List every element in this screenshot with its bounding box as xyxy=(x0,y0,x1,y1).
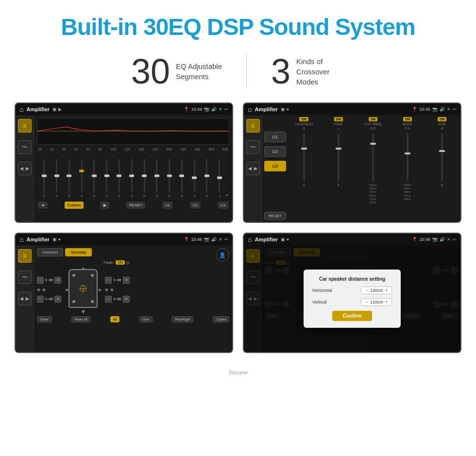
channel-loudness: ON LOUDNESS G 0 xyxy=(288,117,321,220)
fader-bars: ||| xyxy=(127,260,130,265)
on-phat[interactable]: ON xyxy=(334,117,343,121)
screen-content-2: ≡ 〜 ◄► U1 U2 U3 RESET ON LOUDNESS G xyxy=(244,115,460,222)
custom-button[interactable]: Custom xyxy=(65,202,84,209)
icons-3: ▣ ● xyxy=(52,237,61,242)
minus-h[interactable]: − xyxy=(365,288,368,293)
back-icon-2[interactable]: ↩ xyxy=(453,107,457,112)
slider-phat[interactable] xyxy=(338,133,340,182)
fader-on[interactable]: ON xyxy=(116,260,125,265)
on-bass[interactable]: ON xyxy=(403,117,412,121)
icons-4: ▣ ● xyxy=(281,237,289,242)
u2-preset[interactable]: U2 xyxy=(264,146,286,157)
back-icon-3[interactable]: ↩ xyxy=(224,237,228,242)
crossover-number: 3 xyxy=(271,54,290,89)
expand-icon[interactable]: » xyxy=(225,192,228,198)
plus-bl[interactable]: + xyxy=(54,296,61,303)
crosshair xyxy=(80,285,86,292)
v-value: 110cm xyxy=(370,300,383,304)
home-icon-1[interactable]: ⌂ xyxy=(19,105,23,113)
u3-preset[interactable]: U3 xyxy=(264,161,286,171)
all-btn[interactable]: All xyxy=(110,316,120,322)
slider-bass[interactable] xyxy=(407,133,408,182)
channel-bass: ON BASS F G 100Hz90Hz80Hz70Hz60Hz xyxy=(391,117,424,220)
minus-tr[interactable]: − xyxy=(105,277,112,284)
play-icons-1: ▣ ▶ xyxy=(52,107,62,112)
home-icon-4[interactable]: ⌂ xyxy=(248,236,252,243)
plus-br[interactable]: + xyxy=(123,296,130,303)
wave-icon[interactable]: 〜 xyxy=(18,140,32,154)
slider-7[interactable]: 0 xyxy=(125,159,138,198)
confirm-button[interactable]: Confirm xyxy=(332,311,372,321)
minus-tl[interactable]: − xyxy=(37,277,44,284)
crossover-channels: ON LOUDNESS G 0 ON PHAT — xyxy=(288,117,459,220)
minus-bl[interactable]: − xyxy=(37,296,44,303)
on-loudness[interactable]: ON xyxy=(299,117,308,121)
rearright-btn[interactable]: RearRight xyxy=(172,316,193,322)
driver-btn[interactable]: Driver xyxy=(37,316,52,322)
slider-0[interactable]: 0 xyxy=(38,159,51,198)
left-side: − 0 dB + ◉ ◉ − 0 dB xyxy=(37,277,61,303)
location-icon-1: 📍 xyxy=(184,107,189,112)
slider-6[interactable]: 0 xyxy=(113,159,126,198)
screen-content-3: ≡ 〜 ◄► Common Specialty Fader ON ||| xyxy=(16,245,232,352)
slider-4[interactable]: 0 xyxy=(88,159,101,198)
eq-icon-2[interactable]: ≡ xyxy=(246,119,260,133)
reset-button-1[interactable]: RESET xyxy=(126,202,145,209)
common-tab[interactable]: Common xyxy=(37,248,63,256)
stats-row: 30 EQ AdjustableSegments 3 Kinds ofCross… xyxy=(0,45,476,102)
copilot-btn[interactable]: Copilot xyxy=(213,316,229,322)
slider-3[interactable]: 5 xyxy=(75,159,88,198)
eq-sliders[interactable]: 0 0 0 5 0 xyxy=(37,154,229,198)
u1-preset[interactable]: U1 xyxy=(264,132,286,142)
slider-cutfreq[interactable] xyxy=(372,133,374,182)
u3-button[interactable]: U3 xyxy=(218,202,228,209)
home-icon-2[interactable]: ⌂ xyxy=(248,105,252,113)
slider-9[interactable]: 0 xyxy=(151,159,163,198)
eq-freq-labels: 253240506380100 125160200250320400500630 xyxy=(37,148,229,151)
home-icon-3[interactable]: ⌂ xyxy=(19,236,23,243)
slider-10[interactable]: 0 xyxy=(163,159,176,198)
prev-button[interactable]: ◄ xyxy=(38,202,48,209)
status-bar-1: ⌂ Amplifier ▣ ▶ 📍 10:44 📷 🔊 ✕ ↩ xyxy=(16,103,232,115)
speaker-dot-bl xyxy=(72,300,75,303)
slider-sub[interactable] xyxy=(441,133,443,182)
camera-icon-1: 📷 xyxy=(204,107,209,112)
on-cutfreq[interactable]: ON xyxy=(369,117,378,121)
u2-button[interactable]: U2 xyxy=(190,202,201,209)
slider-11[interactable]: 0 xyxy=(175,159,188,198)
plus-tr[interactable]: + xyxy=(123,277,130,284)
specialty-tab[interactable]: Specialty xyxy=(65,248,91,256)
slider-5[interactable]: 0 xyxy=(101,159,113,198)
plus-h[interactable]: + xyxy=(385,288,388,293)
eq-icon[interactable]: ≡ xyxy=(18,119,32,133)
slider-14[interactable]: -1 xyxy=(213,159,226,198)
play-button[interactable]: ▶ xyxy=(101,202,109,209)
speaker-side-icon[interactable]: ◄► xyxy=(18,162,32,175)
wave-icon-3[interactable]: 〜 xyxy=(18,270,32,284)
on-sub[interactable]: ON xyxy=(438,117,447,121)
plus-v[interactable]: + xyxy=(385,300,388,304)
speaker-side-icon-2[interactable]: ◄► xyxy=(246,162,260,175)
slider-1[interactable]: 0 xyxy=(51,159,63,198)
db-control-tr: − 0 dB + xyxy=(105,277,129,284)
slider-loudness[interactable] xyxy=(303,133,305,182)
slider-12[interactable]: -1 xyxy=(188,159,201,198)
wave-icon-2[interactable]: 〜 xyxy=(246,140,260,154)
slider-13[interactable]: 0 xyxy=(201,159,213,198)
minus-v[interactable]: − xyxy=(365,300,368,304)
eq-icon-3[interactable]: ≡ xyxy=(18,249,32,263)
vertical-value: − 110cm + xyxy=(361,298,392,306)
slider-2[interactable]: 0 xyxy=(63,159,76,198)
arrow-left: ◄ xyxy=(64,287,68,292)
back-icon-1[interactable]: ↩ xyxy=(224,107,228,112)
u1-button[interactable]: U1 xyxy=(162,202,173,209)
reset-button-2[interactable]: RESET xyxy=(264,212,286,220)
rearleft-btn[interactable]: RearLeft xyxy=(71,316,90,322)
plus-tl[interactable]: + xyxy=(54,277,61,284)
speaker-dot-tr xyxy=(91,274,94,277)
speaker-side-icon-3[interactable]: ◄► xyxy=(18,292,32,305)
minus-br[interactable]: − xyxy=(105,296,112,303)
slider-8[interactable]: 0 xyxy=(138,159,151,198)
back-icon-4[interactable]: ↩ xyxy=(453,237,457,242)
user-btn[interactable]: User xyxy=(139,316,153,322)
